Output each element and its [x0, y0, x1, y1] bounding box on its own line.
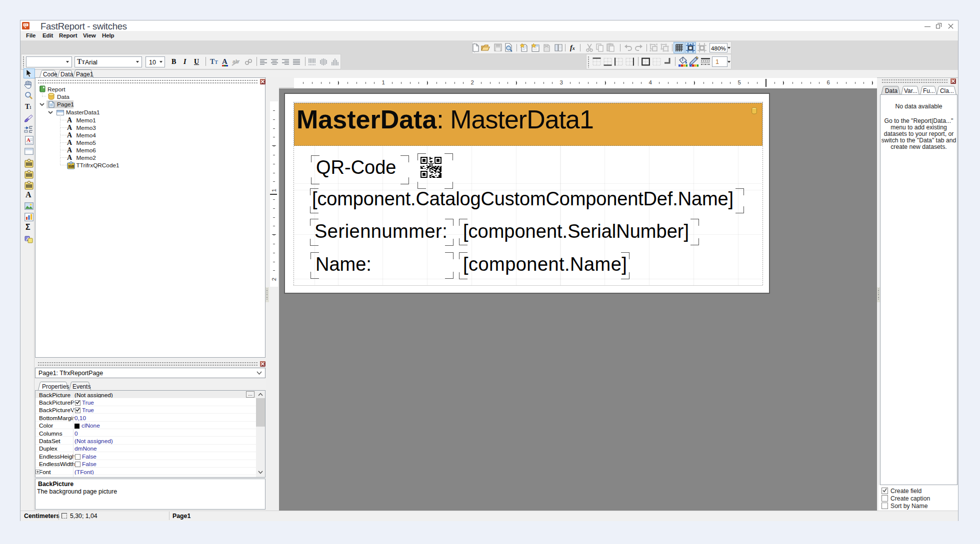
- svg-text:A: A: [26, 137, 30, 143]
